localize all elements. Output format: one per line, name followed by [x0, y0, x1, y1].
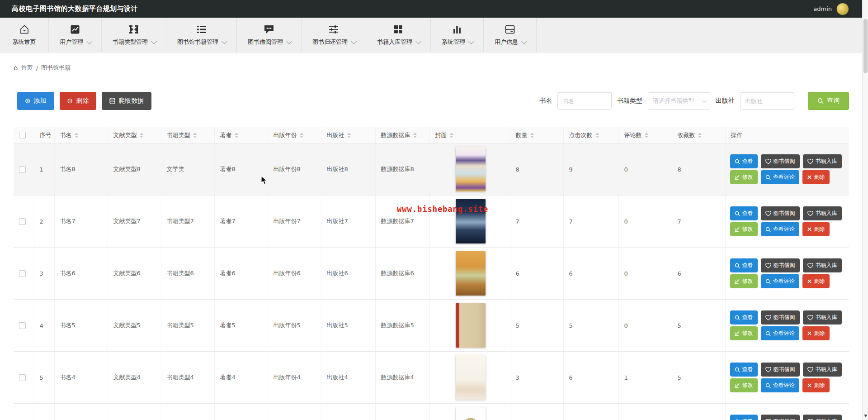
search-button[interactable]: 查询	[808, 92, 849, 110]
borrow-button[interactable]: 图书借阅	[761, 415, 800, 420]
cell-doc-type: 文献类型8	[108, 143, 161, 196]
sort-carets-icon[interactable]	[530, 133, 534, 138]
delete-button[interactable]: 删除	[802, 170, 830, 184]
cell-cover	[429, 143, 510, 196]
sort-carets-icon[interactable]	[140, 133, 143, 138]
nav-item-3[interactable]: 书籍类型管理	[102, 18, 166, 52]
edit-button[interactable]: 修改	[730, 170, 758, 184]
breadcrumb-home[interactable]: 首页	[21, 64, 33, 72]
view-comments-button[interactable]: 查看评论	[761, 222, 799, 236]
view-button[interactable]: 查看	[730, 206, 758, 220]
nav-item-5[interactable]: 图书借阅管理	[237, 18, 302, 52]
delete-button[interactable]: 删除	[802, 274, 830, 288]
cell-comments: 0	[618, 300, 672, 352]
nav-item-1[interactable]: 系统首页	[0, 18, 49, 52]
row-checkbox[interactable]	[19, 374, 26, 381]
crawl-data-button[interactable]: 爬取数据	[102, 92, 151, 110]
sort-carets-icon[interactable]	[645, 133, 648, 138]
topbar-user-area[interactable]: admin	[813, 3, 856, 15]
borrow-button[interactable]: 图书借阅	[761, 154, 800, 168]
borrow-button[interactable]: 图书借阅	[761, 206, 800, 220]
edit-button[interactable]: 修改	[730, 222, 758, 236]
stock-in-button[interactable]: 书籍入库	[803, 258, 842, 272]
cell-index: 3	[34, 248, 54, 300]
borrow-button[interactable]: 图书借阅	[761, 310, 800, 325]
magnifier-icon	[765, 383, 771, 388]
row-checkbox[interactable]	[19, 322, 26, 329]
nav-item-6[interactable]: 图书归还管理	[302, 18, 366, 52]
nav-item-7[interactable]: 书籍入库管理	[366, 18, 431, 52]
nav-item-9[interactable]: 用户信息	[484, 18, 537, 52]
row-checkbox[interactable]	[19, 166, 26, 173]
column-header[interactable]: 出版年份	[268, 127, 321, 143]
column-header[interactable]: 数量	[510, 127, 563, 143]
nav-item-4[interactable]: 图书馆书籍管理	[166, 18, 237, 52]
add-button[interactable]: ⊕ 添加	[17, 92, 54, 110]
sliders-icon	[328, 24, 339, 35]
edit-button[interactable]: 修改	[730, 378, 758, 392]
column-header[interactable]: 点击次数	[563, 127, 618, 143]
delete-button[interactable]: ⊖ 删除	[60, 92, 97, 110]
nav-item-label: 用户管理	[60, 38, 83, 46]
edit-button[interactable]: 修改	[730, 326, 758, 340]
select-all-checkbox[interactable]	[19, 132, 26, 138]
view-button[interactable]: 查看	[730, 415, 758, 420]
column-header[interactable]: 评论数	[618, 127, 672, 143]
sort-carets-icon[interactable]	[450, 133, 453, 138]
nav-item-8[interactable]: 系统管理	[431, 18, 484, 52]
borrow-button[interactable]: 图书借阅	[761, 363, 800, 377]
view-button[interactable]: 查看	[730, 258, 758, 272]
stock-in-button[interactable]: 书籍入库	[803, 206, 842, 220]
view-comments-button[interactable]: 查看评论	[761, 274, 799, 288]
sort-carets-icon[interactable]	[595, 133, 599, 138]
view-button[interactable]: 查看	[730, 363, 758, 377]
sort-carets-icon[interactable]	[75, 133, 78, 138]
topbar: 高校电子图书馆的大数据平台规划与设计 admin	[0, 0, 868, 18]
column-header[interactable]: 文献类型	[108, 127, 161, 143]
row-checkbox[interactable]	[19, 270, 26, 277]
view-button[interactable]: 查看	[730, 154, 758, 168]
view-comments-button[interactable]: 查看评论	[761, 326, 799, 340]
sort-carets-icon[interactable]	[193, 133, 197, 138]
avatar[interactable]	[836, 3, 849, 15]
column-header[interactable]: 著者	[214, 127, 268, 143]
scroll-down-arrow-icon[interactable]	[864, 415, 868, 417]
row-checkbox[interactable]	[19, 218, 26, 225]
cell-quantity: 5	[510, 300, 563, 352]
column-header[interactable]: 收藏数	[672, 127, 725, 143]
edit-button[interactable]: 修改	[730, 274, 758, 288]
view-comments-button[interactable]: 查看评论	[761, 170, 799, 184]
column-header[interactable]: 出版社	[321, 127, 375, 143]
scrollbar[interactable]	[862, 0, 868, 420]
sort-carets-icon[interactable]	[235, 133, 238, 138]
view-button[interactable]: 查看	[730, 310, 758, 325]
borrow-button[interactable]: 图书借阅	[761, 258, 800, 272]
header-checkbox-cell	[14, 127, 34, 143]
cell-year: 出版年份3	[268, 404, 321, 420]
sort-carets-icon[interactable]	[413, 133, 417, 138]
book-name-input[interactable]	[557, 92, 612, 110]
column-header[interactable]: 数源数据库	[375, 127, 429, 143]
stock-in-button[interactable]: 书籍入库	[803, 363, 842, 377]
nav-item-2[interactable]: 用户管理	[49, 18, 102, 52]
stock-in-button[interactable]: 书籍入库	[803, 415, 842, 420]
sort-carets-icon[interactable]	[347, 133, 351, 138]
cell-name: 书名4	[54, 352, 108, 404]
sort-carets-icon[interactable]	[698, 133, 702, 138]
cell-datasource: 数源数据库6	[375, 248, 429, 300]
delete-button[interactable]: 删除	[802, 378, 830, 392]
delete-button[interactable]: 删除	[802, 326, 830, 340]
publisher-input[interactable]	[740, 92, 794, 110]
column-header[interactable]: 书籍类型	[161, 127, 214, 143]
sort-carets-icon[interactable]	[300, 133, 303, 138]
book-type-select[interactable]: 请选择书籍类型	[648, 92, 710, 110]
stock-in-button[interactable]: 书籍入库	[803, 154, 842, 168]
column-header[interactable]: 封面	[429, 127, 510, 143]
magnifier-icon	[735, 263, 740, 268]
stock-in-button[interactable]: 书籍入库	[803, 310, 842, 325]
cell-book-type: 书籍类型6	[161, 248, 214, 300]
column-header[interactable]: 书名	[54, 127, 108, 143]
scrollbar-thumb[interactable]	[863, 19, 868, 73]
delete-button[interactable]: 删除	[802, 222, 830, 236]
view-comments-button[interactable]: 查看评论	[761, 378, 799, 392]
